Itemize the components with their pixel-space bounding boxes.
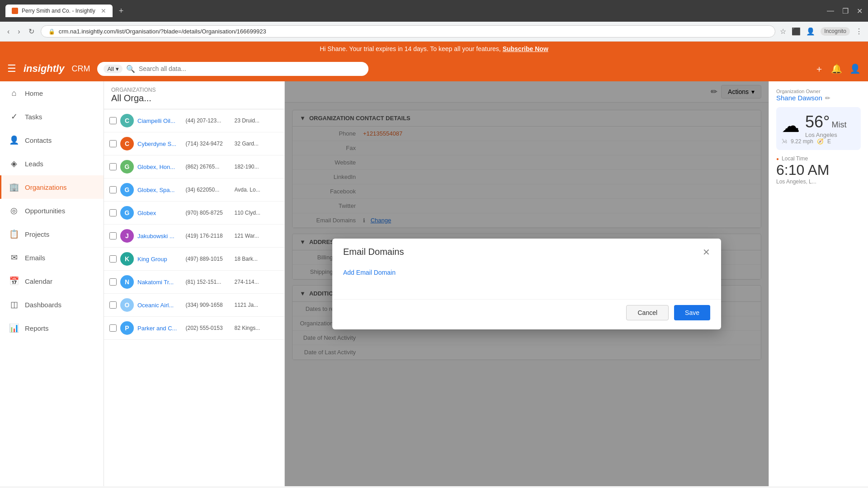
row-checkbox[interactable]: [109, 163, 117, 170]
list-item[interactable]: G Globex, Spa... (34) 622050... Avda. Lo…: [104, 178, 284, 202]
back-button[interactable]: ‹: [5, 26, 11, 38]
row-checkbox[interactable]: [109, 209, 117, 216]
org-address: 121 War...: [235, 233, 279, 239]
dashboards-icon: ◫: [9, 299, 19, 310]
org-name[interactable]: Ciampelli Oil...: [137, 117, 182, 124]
new-tab-button[interactable]: +: [119, 6, 124, 16]
leads-icon: ◈: [9, 158, 19, 169]
row-checkbox[interactable]: [109, 117, 117, 124]
tasks-icon: ✓: [9, 111, 19, 122]
org-name[interactable]: Oceanic Airl...: [137, 302, 182, 309]
minimize-button[interactable]: —: [827, 7, 834, 15]
row-checkbox[interactable]: [109, 255, 117, 263]
cancel-button[interactable]: Cancel: [626, 305, 669, 320]
sidebar-item-leads[interactable]: ◈ Leads: [0, 152, 104, 175]
list-item[interactable]: P Parker and C... (202) 555-0153 82 King…: [104, 317, 284, 340]
org-phone: (970) 805-8725: [186, 210, 231, 216]
extensions-icon[interactable]: ⬛: [792, 27, 801, 36]
add-email-domain-link[interactable]: Add Email Domain: [343, 269, 396, 276]
weather-icon: ☁: [782, 115, 800, 136]
save-button[interactable]: Save: [674, 305, 710, 320]
org-name[interactable]: Jakubowski ...: [137, 233, 182, 239]
sidebar-item-organizations[interactable]: 🏢 Organizations: [0, 175, 104, 199]
org-name[interactable]: Parker and C...: [137, 325, 182, 332]
org-name[interactable]: Globex, Spa...: [137, 187, 182, 193]
org-phone: (714) 324-9472: [186, 141, 231, 147]
org-phone: (81) 152-151...: [186, 279, 231, 285]
sidebar-item-home[interactable]: ⌂ Home: [0, 81, 104, 105]
row-checkbox[interactable]: [109, 140, 117, 147]
reports-icon: 📊: [9, 323, 19, 333]
modal-header: Email Domains ✕: [332, 239, 721, 263]
org-avatar: J: [120, 229, 134, 243]
sidebar-item-reports[interactable]: 📊 Reports: [0, 316, 104, 340]
compass-icon: 🧭: [817, 138, 824, 145]
sidebar-item-projects[interactable]: 📋 Projects: [0, 222, 104, 246]
search-scope-dropdown[interactable]: All ▾: [104, 65, 122, 73]
time-widget: ● Local Time 6:10 AM Los Angeles, L...: [776, 155, 861, 185]
sidebar-item-calendar[interactable]: 📅 Calendar: [0, 269, 104, 293]
browser-tab[interactable]: Perry Smith and Co. - Insightly ✕: [5, 5, 113, 17]
modal-footer: Cancel Save: [332, 299, 721, 329]
organizations-icon: 🏢: [9, 182, 19, 192]
org-name[interactable]: King Group: [137, 256, 182, 263]
modal-close-button[interactable]: ✕: [703, 247, 710, 258]
org-name[interactable]: Cyberdyne S...: [137, 141, 182, 147]
org-name[interactable]: Nakatomi Tr...: [137, 279, 182, 286]
sidebar-label-home: Home: [25, 89, 43, 97]
address-bar-row: ‹ › ↻ 🔒 crm.na1.insightly.com/list/Organ…: [0, 22, 868, 42]
row-checkbox[interactable]: [109, 278, 117, 286]
reload-button[interactable]: ↻: [27, 25, 36, 38]
org-address: Avda. Lo...: [235, 187, 279, 193]
list-item[interactable]: K King Group (497) 889-1015 18 Bark...: [104, 248, 284, 271]
sidebar-item-opportunities[interactable]: ◎ Opportunities: [0, 199, 104, 222]
list-item[interactable]: N Nakatomi Tr... (81) 152-151... 274-114…: [104, 271, 284, 294]
org-address: 82 Kings...: [235, 325, 279, 331]
close-button[interactable]: ✕: [857, 7, 863, 15]
menu-icon[interactable]: ⋮: [855, 27, 863, 36]
sidebar: ⌂ Home ✓ Tasks 👤 Contacts ◈ Leads 🏢 Orga…: [0, 81, 104, 486]
profile-icon[interactable]: 👤: [806, 27, 815, 36]
org-owner-label: Organization Owner: [776, 89, 861, 94]
org-address: 110 Clyd...: [235, 210, 279, 216]
hamburger-menu-button[interactable]: ☰: [7, 63, 16, 75]
list-item[interactable]: C Ciampelli Oil... (44) 207-123... 23 Dr…: [104, 109, 284, 132]
forward-button[interactable]: ›: [16, 26, 22, 38]
address-bar[interactable]: 🔒 crm.na1.insightly.com/list/Organisatio…: [41, 25, 776, 38]
notifications-icon[interactable]: 🔔: [831, 63, 842, 74]
bookmark-icon[interactable]: ☆: [780, 27, 786, 36]
edit-owner-icon[interactable]: ✏: [825, 94, 830, 102]
list-item[interactable]: O Oceanic Airl... (334) 909-1658 1121 Ja…: [104, 294, 284, 317]
org-address: 32 Gard...: [235, 141, 279, 147]
sidebar-item-emails[interactable]: ✉ Emails: [0, 246, 104, 269]
calendar-icon: 📅: [9, 276, 19, 286]
subscribe-link[interactable]: Subscribe Now: [503, 45, 548, 52]
sidebar-item-dashboards[interactable]: ◫ Dashboards: [0, 293, 104, 316]
home-icon: ⌂: [9, 88, 19, 99]
search-input[interactable]: [139, 65, 363, 72]
row-checkbox[interactable]: [109, 324, 117, 332]
maximize-button[interactable]: ❐: [842, 7, 849, 15]
org-avatar: K: [120, 252, 134, 266]
main-layout: ⌂ Home ✓ Tasks 👤 Contacts ◈ Leads 🏢 Orga…: [0, 81, 868, 486]
sidebar-item-tasks[interactable]: ✓ Tasks: [0, 105, 104, 128]
user-avatar[interactable]: 👤: [849, 63, 861, 74]
row-checkbox[interactable]: [109, 301, 117, 309]
add-button[interactable]: ＋: [815, 63, 824, 75]
org-owner-name[interactable]: Shane Dawson: [776, 94, 822, 102]
search-bar: All ▾ 🔍: [97, 62, 368, 76]
app-name: CRM: [71, 64, 90, 74]
list-item[interactable]: C Cyberdyne S... (714) 324-9472 32 Gard.…: [104, 132, 284, 155]
time-city: Los Angeles, L...: [776, 178, 861, 185]
opportunities-icon: ◎: [9, 205, 19, 216]
list-item[interactable]: G Globex (970) 805-8725 110 Clyd...: [104, 202, 284, 225]
tab-close-button[interactable]: ✕: [101, 7, 106, 14]
row-checkbox[interactable]: [109, 232, 117, 239]
org-name[interactable]: Globex, Hon...: [137, 164, 182, 170]
list-item[interactable]: J Jakubowski ... (419) 176-2118 121 War.…: [104, 225, 284, 248]
list-item[interactable]: G Globex, Hon... (862) 26765... 182-190.…: [104, 155, 284, 178]
row-checkbox[interactable]: [109, 186, 117, 193]
org-name[interactable]: Globex: [137, 210, 182, 216]
sidebar-label-leads: Leads: [25, 160, 43, 168]
sidebar-item-contacts[interactable]: 👤 Contacts: [0, 128, 104, 152]
